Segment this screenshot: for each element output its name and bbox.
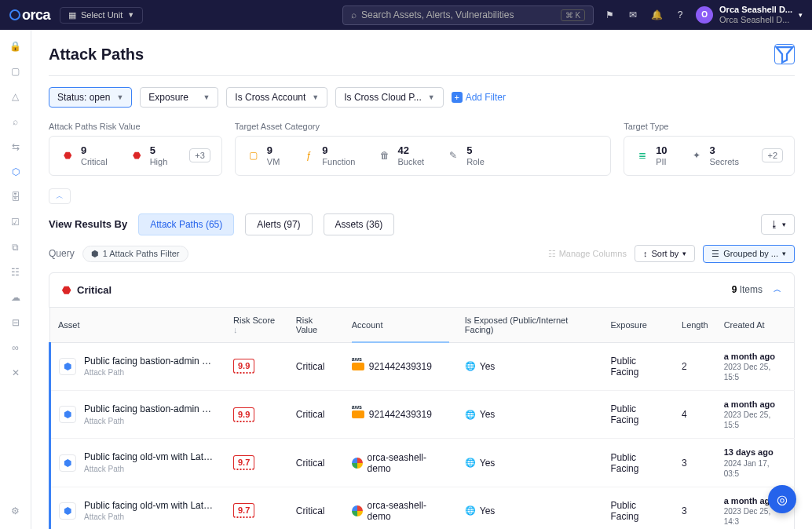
- sort-icon: ↕: [643, 249, 648, 258]
- asset-title: Public facing bastion-admin with L...: [84, 403, 218, 416]
- lock-icon[interactable]: 🔒: [9, 39, 23, 53]
- exposure-cell: Public Facing: [602, 342, 674, 390]
- checklist-icon[interactable]: ☑: [9, 215, 23, 229]
- logo-circle-icon: [9, 9, 20, 20]
- case-icon[interactable]: 🗄: [9, 190, 23, 204]
- stat-bucket[interactable]: 🗑42Bucket: [378, 144, 425, 167]
- unit-selector-label: Select Unit: [81, 10, 123, 20]
- user-menu[interactable]: O Orca Seashell D... Orca Seashell D... …: [696, 5, 803, 25]
- add-filter-button[interactable]: + Add Filter: [452, 92, 506, 103]
- doc-icon: ≣: [635, 148, 649, 162]
- sort-button[interactable]: ↕ Sort by ▾: [635, 245, 695, 262]
- bell-icon[interactable]: 🔔: [650, 9, 663, 21]
- search-kbd-hint: ⌘ K: [561, 9, 585, 21]
- chevron-down-icon: ▼: [428, 93, 435, 101]
- created-cell: 13 days ago2024 Jan 17, 03:5: [724, 447, 786, 478]
- query-filter-pill[interactable]: ⬢ 1 Attack Paths Filter: [82, 246, 188, 262]
- download-icon: ⭳: [770, 219, 779, 230]
- stats-target-type-label: Target Type: [624, 122, 795, 131]
- graph-icon[interactable]: ⇆: [9, 140, 23, 154]
- tab-alerts[interactable]: Alerts (97): [245, 213, 312, 235]
- length-cell: 3: [674, 439, 716, 487]
- asset-title: Public facing old-vm with Lateral M...: [84, 451, 218, 464]
- send-icon[interactable]: ✉: [627, 9, 639, 21]
- filter-cross-cloud[interactable]: Is Cross Cloud P...▼: [335, 87, 443, 108]
- table-row[interactable]: ⬢Public facing old-vm with Lateral M...A…: [50, 439, 795, 487]
- cloud-icon[interactable]: ☁: [9, 290, 23, 305]
- bucket-icon: 🗑: [378, 148, 392, 162]
- col-risk-value[interactable]: Risk Value: [288, 308, 344, 343]
- table-row[interactable]: ⬢Public facing bastion-admin with L...At…: [50, 391, 795, 439]
- pipeline-icon[interactable]: ⊟: [9, 316, 23, 330]
- stats-type-more[interactable]: +2: [762, 148, 783, 162]
- dashboard-icon[interactable]: ▢: [9, 64, 23, 78]
- exposure-cell: Public Facing: [602, 439, 674, 487]
- stats-risk-more[interactable]: +3: [189, 148, 210, 162]
- search-nav-icon[interactable]: ⌕: [9, 115, 23, 129]
- filter-toggle-button[interactable]: [774, 44, 795, 64]
- shield-icon: ⬣: [60, 148, 75, 162]
- asset-title: Public facing bastion-admin with L...: [84, 356, 218, 368]
- group-count: 9 Items: [732, 284, 763, 295]
- attack-path-row-icon: ⬢: [59, 406, 76, 423]
- unit-selector[interactable]: ▦ Select Unit ▼: [60, 7, 143, 24]
- help-icon[interactable]: ?: [674, 9, 686, 21]
- stat-pii[interactable]: ≣10PII: [635, 144, 667, 167]
- table-row[interactable]: ⬢Public facing old-vm with Lateral M...A…: [50, 487, 795, 529]
- infinity-icon[interactable]: ∞: [9, 341, 23, 355]
- stat-function[interactable]: ƒ9Function: [302, 144, 355, 167]
- risk-score-badge: 9.7: [233, 503, 254, 518]
- length-cell: 3: [674, 487, 716, 529]
- tab-attack-paths[interactable]: Attack Paths (65): [138, 213, 234, 235]
- compliance-icon[interactable]: ⧉: [9, 240, 23, 254]
- group-name: Critical: [77, 284, 112, 296]
- group-icon: ☰: [711, 249, 719, 259]
- collapse-stats-button[interactable]: ︿: [49, 188, 71, 204]
- attack-path-icon[interactable]: ⬡: [9, 165, 23, 179]
- database-icon[interactable]: ☷: [9, 265, 23, 279]
- stats-target-type-card: ≣10PII ✦3Secrets +2: [624, 136, 795, 176]
- group-button[interactable]: ☰ Grouped by ... ▾: [703, 245, 795, 263]
- col-created[interactable]: Created At: [716, 308, 795, 343]
- col-exposed[interactable]: Is Exposed (Public/Internet Facing): [457, 308, 603, 343]
- stat-vm[interactable]: ▢9VM: [247, 144, 280, 167]
- col-asset[interactable]: Asset: [50, 308, 226, 343]
- shuffle-icon[interactable]: ✕: [9, 366, 23, 380]
- global-search[interactable]: ⌕ Search Assets, Alerts, Vulnerabilities…: [342, 5, 594, 25]
- target-icon: ◎: [777, 492, 788, 507]
- stat-high[interactable]: ⬣ 5High: [130, 144, 168, 167]
- group-header-critical[interactable]: ⬣ Critical 9 Items ︿: [49, 272, 795, 308]
- sort-desc-icon: ↓: [233, 325, 238, 334]
- stat-secrets[interactable]: ✦3Secrets: [689, 144, 739, 167]
- stat-critical[interactable]: ⬣ 9Critical: [60, 144, 108, 167]
- risk-value-cell: Critical: [288, 487, 344, 529]
- chevron-down-icon: ▾: [682, 250, 686, 257]
- filter-status[interactable]: Status: open▼: [49, 87, 132, 108]
- risk-score-badge: 9.7: [233, 455, 254, 470]
- shield-icon: ⬣: [62, 284, 71, 296]
- exposed-cell: 🌐Yes: [465, 458, 595, 469]
- tab-assets[interactable]: Assets (36): [324, 213, 395, 235]
- avatar: O: [696, 6, 713, 24]
- risk-value-cell: Critical: [288, 391, 344, 439]
- col-exposure[interactable]: Exposure: [602, 308, 674, 343]
- download-button[interactable]: ⭳▾: [761, 214, 795, 235]
- manage-columns-button[interactable]: ☷ Manage Columns: [548, 249, 627, 259]
- col-length[interactable]: Length: [674, 308, 716, 343]
- col-account[interactable]: Account: [344, 308, 457, 343]
- help-fab-button[interactable]: ◎: [768, 485, 796, 513]
- main-content: Attack Paths Status: open▼ Exposure▼ Is …: [31, 30, 812, 529]
- length-cell: 2: [674, 342, 716, 390]
- filter-exposure[interactable]: Exposure▼: [140, 87, 218, 108]
- flag-icon[interactable]: ⚑: [603, 9, 616, 21]
- alert-triangle-icon[interactable]: △: [9, 89, 23, 104]
- stat-role[interactable]: ✎5Role: [446, 144, 485, 167]
- filter-cross-account[interactable]: Is Cross Account▼: [226, 87, 327, 108]
- created-cell: a month ago2023 Dec 25, 15:5: [724, 351, 786, 382]
- account-cell: orca-seashell-demo: [352, 452, 449, 474]
- settings-gear-icon[interactable]: ⚙: [9, 504, 23, 518]
- left-nav-rail: 🔒 ▢ △ ⌕ ⇆ ⬡ 🗄 ☑ ⧉ ☷ ☁ ⊟ ∞ ✕ ⚙: [0, 30, 31, 529]
- table-row[interactable]: ⬢Public facing bastion-admin with L...At…: [50, 342, 795, 390]
- col-risk-score[interactable]: Risk Score ↓: [225, 308, 288, 343]
- table-header-row: Asset Risk Score ↓ Risk Value Account Is…: [50, 308, 795, 343]
